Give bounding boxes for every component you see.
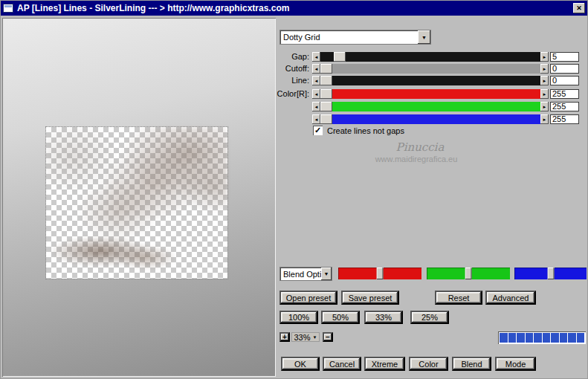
window-icon	[3, 4, 13, 13]
zoom-25-button[interactable]: 25%	[410, 311, 449, 324]
slider-track-color-g[interactable]	[320, 102, 540, 111]
arrow-right-icon: ►	[543, 67, 547, 71]
slider-label-cutoff: Cutoff:	[277, 64, 312, 74]
advanced-button[interactable]: Advanced	[485, 291, 536, 305]
slider-value-cutoff[interactable]: 0	[550, 64, 579, 74]
reset-button[interactable]: Reset	[435, 291, 482, 305]
slider-decrease-button[interactable]: ◄	[312, 64, 320, 74]
slider-decrease-button[interactable]: ◄	[312, 52, 320, 62]
slider-label-color-g	[277, 102, 312, 111]
zoom-in-button[interactable]: +	[280, 332, 290, 342]
arrow-left-icon: ◄	[314, 92, 319, 97]
zoom-value-text: 33%	[294, 333, 311, 342]
blend-options-value: Blend Opti	[280, 270, 321, 279]
slider-track-line[interactable]	[320, 76, 540, 85]
close-icon: ✕	[576, 4, 582, 12]
zoom-50-button[interactable]: 50%	[321, 311, 360, 324]
slider-thumb[interactable]	[320, 89, 332, 99]
close-button[interactable]: ✕	[573, 3, 585, 13]
watermark-name: Pinuccia	[368, 140, 472, 154]
arrow-right-icon: ►	[543, 92, 547, 97]
slider-row-color-r: Color[R]: ◄ ► 255	[277, 89, 579, 99]
blend-slider-green[interactable]	[427, 268, 510, 279]
effect-preset-dropdown-button[interactable]: ▼	[418, 30, 430, 44]
blend-slider-thumb[interactable]	[547, 268, 554, 279]
slider-value-gap[interactable]: 5	[550, 52, 579, 62]
slider-thumb[interactable]	[320, 102, 332, 111]
slider-thumb[interactable]	[320, 76, 332, 85]
slider-increase-button[interactable]: ►	[540, 64, 549, 74]
slider-thumb[interactable]	[320, 64, 332, 74]
slider-value-color-b[interactable]: 255	[550, 114, 579, 124]
cancel-button[interactable]: Cancel	[323, 357, 361, 371]
slider-row-line: Line: ◄ ► 0	[277, 76, 579, 85]
blend-options-dropdown[interactable]: Blend Opti ▼	[280, 267, 332, 281]
effect-preset-dropdown[interactable]: Dotty Grid ▼	[280, 30, 431, 45]
plugin-window: AP [Lines] Lines - SilverLining --- > ht…	[0, 0, 588, 379]
slider-increase-button[interactable]: ►	[540, 114, 549, 124]
slider-thumb[interactable]	[320, 114, 332, 124]
chevron-down-icon: ▼	[324, 271, 329, 276]
slider-row-color-g: ◄ ► 255	[277, 102, 579, 111]
slider-track-color-b[interactable]	[320, 114, 540, 124]
preview-panel	[2, 18, 276, 377]
blend-slider-blue[interactable]	[514, 268, 587, 279]
save-preset-button[interactable]: Save preset	[341, 291, 399, 305]
chevron-down-icon: ▼	[313, 335, 317, 340]
zoom-out-button[interactable]: −	[323, 332, 333, 342]
arrow-right-icon: ►	[543, 105, 547, 109]
arrow-right-icon: ►	[543, 117, 547, 122]
slider-row-gap: Gap: ◄ ► 5	[277, 52, 579, 62]
slider-track-gap[interactable]	[320, 52, 540, 62]
zoom-value[interactable]: 33% ▼	[291, 332, 320, 342]
slider-row-color-b: ◄ ► 255	[277, 114, 579, 124]
slider-increase-button[interactable]: ►	[540, 52, 549, 62]
blend-slider-thumb[interactable]	[377, 268, 384, 279]
create-lines-label: Create lines not gaps	[327, 126, 404, 135]
slider-label-color-r: Color[R]:	[277, 89, 312, 99]
slider-label-color-b	[277, 114, 312, 124]
blend-options-dropdown-button[interactable]: ▼	[321, 268, 332, 280]
effect-preset-value: Dotty Grid	[280, 33, 418, 42]
slider-increase-button[interactable]: ►	[540, 102, 549, 111]
arrow-left-icon: ◄	[314, 55, 319, 59]
arrow-left-icon: ◄	[314, 67, 319, 71]
slider-thumb[interactable]	[334, 52, 346, 62]
ok-button[interactable]: OK	[281, 357, 320, 371]
blend-slider-thumb[interactable]	[465, 268, 472, 279]
slider-decrease-button[interactable]: ◄	[312, 89, 320, 99]
create-lines-checkbox[interactable]: ✓	[313, 126, 323, 135]
slider-decrease-button[interactable]: ◄	[312, 102, 320, 111]
check-icon: ✓	[314, 126, 321, 135]
xtreme-button[interactable]: Xtreme	[364, 357, 405, 371]
arrow-right-icon: ►	[543, 79, 547, 83]
blend-button[interactable]: Blend	[452, 357, 491, 371]
arrow-left-icon: ◄	[314, 117, 319, 122]
preview-image[interactable]	[46, 127, 227, 279]
slider-value-color-r[interactable]: 255	[550, 89, 579, 99]
zoom-33-button[interactable]: 33%	[364, 311, 403, 324]
slider-decrease-button[interactable]: ◄	[312, 76, 320, 85]
zoom-100-button[interactable]: 100%	[280, 311, 318, 324]
color-button[interactable]: Color	[409, 357, 448, 371]
slider-row-cutoff: Cutoff: ◄ ► 0	[277, 64, 579, 74]
slider-track-color-r[interactable]	[320, 89, 540, 99]
arrow-left-icon: ◄	[314, 79, 319, 83]
slider-track-cutoff[interactable]	[320, 64, 540, 74]
blend-slider-red[interactable]	[338, 268, 421, 279]
chevron-down-icon: ▼	[421, 35, 427, 40]
progress-bar	[498, 331, 586, 344]
progress-bar-segments	[500, 333, 584, 343]
slider-increase-button[interactable]: ►	[540, 76, 549, 85]
preview-smudges	[46, 127, 227, 279]
mode-button[interactable]: Mode	[495, 357, 536, 371]
titlebar[interactable]: AP [Lines] Lines - SilverLining --- > ht…	[1, 1, 587, 16]
slider-value-line[interactable]: 0	[550, 76, 579, 85]
slider-decrease-button[interactable]: ◄	[312, 114, 320, 124]
open-preset-button[interactable]: Open preset	[280, 291, 337, 305]
arrow-left-icon: ◄	[314, 105, 319, 109]
slider-value-color-g[interactable]: 255	[550, 102, 579, 111]
window-title: AP [Lines] Lines - SilverLining --- > ht…	[17, 3, 573, 13]
slider-increase-button[interactable]: ►	[540, 89, 549, 99]
watermark-url: www.maidiregrafica.eu	[342, 155, 491, 163]
